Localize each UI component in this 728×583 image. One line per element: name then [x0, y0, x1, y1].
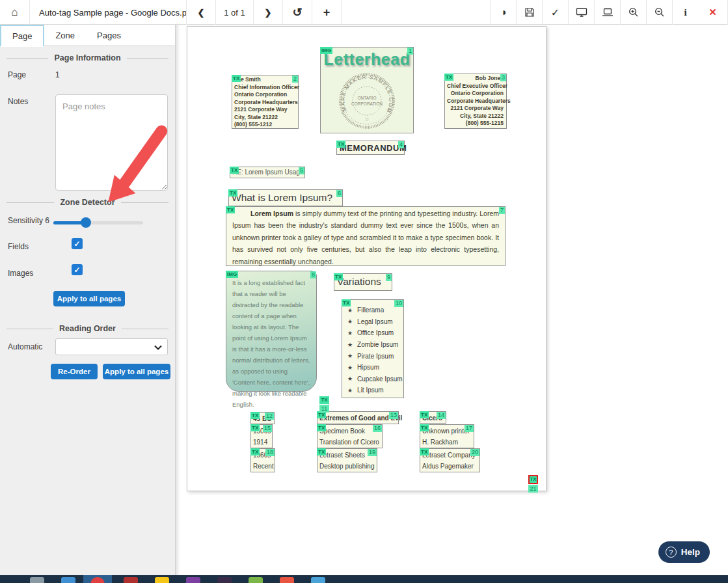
sensitivity-slider[interactable]	[53, 217, 143, 228]
info-button[interactable]: i	[672, 0, 698, 25]
page-notes-input[interactable]	[55, 94, 168, 191]
home-button[interactable]: ⌂	[0, 0, 30, 25]
zone-lorem-paragraph[interactable]: TX 7 Lorem Ipsum is simply dummy text of…	[226, 206, 506, 266]
zone-letterhead-image[interactable]: IMG 1 Letterhead MARK MAKER SAMPLE COMPA…	[320, 47, 414, 133]
taskbar-app-icon[interactable]	[30, 577, 44, 583]
chevron-down-icon	[154, 341, 162, 353]
plus-icon: +	[323, 6, 330, 20]
pdf-page[interactable]: IMG 1 Letterhead MARK MAKER SAMPLE COMPA…	[187, 26, 546, 491]
reorder-button[interactable]: Re-Order	[51, 364, 98, 379]
zone-cicero[interactable]: TX 14 Cicero	[420, 411, 446, 424]
zone-detector-heading: Zone Detector	[7, 198, 169, 207]
zone-11-marker[interactable]: TX 11	[319, 396, 329, 413]
zoom-in-button[interactable]	[620, 0, 646, 25]
zone-text: What is Lorem Ipsum?	[229, 190, 342, 206]
tx-chip: TX	[334, 273, 343, 280]
page-label: Page	[8, 70, 26, 79]
tab-page[interactable]: Page	[0, 25, 44, 47]
zone-letraset-sheets[interactable]: TX 19 Letraset Sheets Desktop publishing	[317, 448, 377, 472]
toolbar-spacer	[342, 0, 490, 24]
contact-line: 2121 Corporate Way	[234, 106, 296, 114]
taskbar-app-icon[interactable]	[217, 577, 232, 583]
close-button[interactable]: ✕	[698, 0, 728, 25]
zone-memorandum[interactable]: TX 4 MEMORANDUM	[336, 141, 405, 155]
reading-order-apply-all-button[interactable]: Apply to all pages	[103, 364, 170, 379]
document-viewport[interactable]: IMG 1 Letterhead MARK MAKER SAMPLE COMPA…	[176, 25, 728, 575]
zone-re-line[interactable]: TX 5 RE: Lorem Ipsum Usage	[230, 167, 305, 178]
taskbar-app-icon[interactable]	[280, 577, 294, 583]
reading-order-select[interactable]	[55, 338, 168, 355]
zone-what-is-heading[interactable]: TX 6 What is Lorem Ipsum?	[228, 189, 343, 206]
taskbar-app-icon[interactable]	[249, 577, 263, 583]
slider-thumb[interactable]	[81, 217, 91, 228]
tab-pages[interactable]: Pages	[86, 25, 132, 46]
tx-chip: TX	[319, 396, 329, 404]
zone-badge: 2	[292, 75, 298, 83]
document-title: Auto-tag Sample page - Google Docs.pdf	[30, 0, 187, 25]
sidebar-tabstrip: Page Zone Pages	[0, 25, 175, 46]
tx-chip: TX	[420, 448, 429, 455]
company-stamp: MARK MAKER SAMPLE COMPANY ONTARIO CORPOR…	[335, 69, 399, 133]
taskbar-app-icon[interactable]	[124, 577, 138, 583]
tab-zone[interactable]: Zone	[44, 25, 86, 46]
fields-checkbox[interactable]: ✓	[72, 238, 83, 249]
next-page-button[interactable]: ❯	[254, 0, 283, 25]
add-button[interactable]: +	[312, 0, 342, 25]
zoom-out-button[interactable]	[646, 0, 672, 25]
contact-line: Corporate Headquarters	[234, 99, 296, 107]
zone-detector-apply-all-button[interactable]: Apply to all pages	[53, 291, 125, 306]
zone-badge: 3	[500, 74, 506, 81]
rotate-button[interactable]: ↺	[283, 0, 312, 25]
sensitivity-label: Sensitivity 6	[8, 216, 49, 225]
star-bullet-icon: ★	[347, 387, 353, 394]
reading-order-mode-label: Automatic	[8, 342, 42, 351]
zone-1960s[interactable]: TX 18 1960s Recent	[250, 448, 275, 472]
zone-letraset-company[interactable]: TX 20 Letraset Company Aldus Pagemaker	[420, 448, 480, 472]
fit-screen-button[interactable]	[568, 0, 594, 25]
zone-image-quote[interactable]: IMG 8 It is a long established fact that…	[226, 271, 317, 392]
taskbar-app-icon[interactable]	[311, 577, 325, 583]
img-chip: IMG	[320, 47, 332, 54]
zone-badge: 5	[299, 167, 304, 174]
zone-21-selected-marker[interactable]: TX 21	[528, 475, 538, 493]
zone-line: Letraset Sheets	[319, 450, 375, 461]
zone-specimen-book[interactable]: TX 16 Specimen Book Translation of Cicer…	[317, 424, 383, 448]
zone-contact-right[interactable]: TX 3 Bob Jones Chief Executive Officer O…	[444, 74, 507, 129]
zone-line: Desktop publishing	[319, 461, 375, 472]
tx-chip: TX	[420, 411, 429, 418]
tx-chip: TX	[336, 141, 345, 148]
zone-45bc[interactable]: TX 12 45 BC	[250, 412, 275, 424]
contrast-button[interactable]: ◑	[490, 0, 516, 25]
reading-order-heading-label: Reading Order	[59, 324, 116, 333]
help-button[interactable]: ? Help	[658, 541, 710, 563]
zone-contact-left[interactable]: TX 2 Joe Smith Chief Information Officer…	[232, 75, 299, 129]
zone-extremes[interactable]: TX 13 Extremes of Good and Evil	[317, 411, 399, 424]
contact-line: Bob Jones	[447, 75, 504, 83]
info-icon: i	[684, 7, 686, 18]
approve-button[interactable]: ✓	[542, 0, 568, 25]
list-item: Fillerama	[357, 306, 384, 314]
taskbar-app-icon[interactable]	[186, 577, 200, 583]
zone-badge: 7	[499, 207, 505, 214]
zoom-in-icon	[628, 7, 639, 18]
zone-unknown-printer[interactable]: TX 17 Unknown printer H. Rackham	[420, 424, 474, 448]
contact-line: (800) 555-1215	[447, 120, 504, 128]
images-checkbox[interactable]: ✓	[72, 264, 83, 275]
list-item: Legal Ipsum	[357, 318, 392, 325]
top-toolbar: ⌂ Auto-tag Sample page - Google Docs.pdf…	[0, 0, 728, 25]
save-button[interactable]	[516, 0, 542, 25]
zone-variations-list[interactable]: TX 10 ★Fillerama ★Legal Ipsum ★Office Ip…	[342, 299, 404, 398]
fit-width-button[interactable]	[594, 0, 620, 25]
star-bullet-icon: ★	[347, 364, 353, 371]
zone-variations-heading[interactable]: TX 9 Variations	[334, 273, 392, 291]
images-label: Images	[8, 269, 33, 278]
zone-text: ★Fillerama ★Legal Ipsum ★Office Ipsum ★Z…	[342, 300, 403, 396]
tx-chip: TX	[420, 424, 429, 431]
taskbar-app-icon[interactable]	[155, 577, 169, 583]
zone-1500s[interactable]: TX 15 1500s 1914	[250, 424, 273, 448]
tx-chip: TX	[232, 75, 241, 82]
zone-text: Joe Smith Chief Information Officer Onta…	[232, 75, 298, 129]
prev-page-button[interactable]: ❮	[187, 0, 216, 25]
taskbar-app-icon[interactable]	[61, 577, 75, 583]
reading-order-heading: Reading Order	[7, 324, 169, 333]
